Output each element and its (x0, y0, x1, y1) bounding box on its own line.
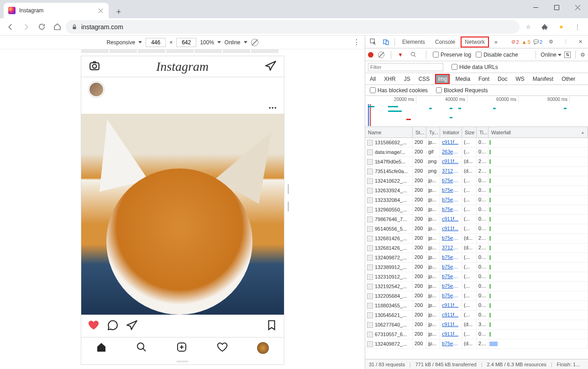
send-icon[interactable] (265, 60, 277, 73)
post-image[interactable] (81, 114, 284, 315)
network-row[interactable]: 132409872_...200jp...b75e6...(...0 ... (365, 253, 588, 263)
filter-js[interactable]: JS (402, 75, 412, 83)
inspect-icon[interactable] (367, 36, 379, 48)
network-row[interactable]: 118803455_...200jp...c911f...(...0 ... (365, 301, 588, 311)
disable-cache-checkbox[interactable]: Disable cache (476, 52, 518, 58)
info-badge[interactable]: 2 (533, 39, 542, 45)
device-menu-button[interactable]: ⋮ (353, 38, 360, 47)
network-row[interactable]: 735145cfe0a...200png37122...(d...2 ... (365, 167, 588, 176)
throttle-select[interactable]: Online (225, 39, 247, 46)
network-row[interactable]: 132389912_...200jp...b75e6...(...0 ... (365, 263, 588, 272)
address-bar[interactable]: instagram.com (66, 20, 520, 34)
hide-data-urls-checkbox[interactable]: Hide data URLs (452, 64, 498, 70)
window-maximize-button[interactable] (546, 0, 567, 15)
forward-button[interactable] (19, 20, 33, 34)
network-row[interactable]: 106277640_...200jp...c911f...(d...3 ... (365, 320, 588, 330)
activity-nav-icon[interactable] (217, 342, 228, 354)
drag-handle-icon[interactable]: ═══ (81, 358, 284, 364)
filter-manifest[interactable]: Manifest (531, 75, 555, 83)
search-nav-icon[interactable] (136, 342, 147, 354)
share-icon[interactable] (126, 319, 138, 332)
network-row[interactable]: 130545621_...200jp...c911f...(...0 ... (365, 311, 588, 320)
tab-close-button[interactable] (97, 7, 104, 14)
network-row[interactable]: 132960550_...200jp...b75e6...(...0 ... (365, 205, 588, 215)
network-row[interactable]: 132205684_...200jp...b75e6...(...0 ... (365, 291, 588, 301)
extension-star-icon[interactable]: ★ (554, 20, 568, 34)
network-row[interactable]: 1b47f9d0e5...200pngc911f...(d...2 ... (365, 157, 588, 167)
comment-icon[interactable] (107, 319, 119, 332)
back-button[interactable] (4, 20, 17, 34)
online-select[interactable]: Online (541, 52, 562, 58)
network-row[interactable]: 79867646_7...200jp...c911f...(...0 ... (365, 215, 588, 224)
page-frame[interactable]: Instagram ••• (81, 56, 284, 365)
filter-input[interactable] (368, 63, 443, 71)
devtools-menu-icon[interactable]: ⋮ (560, 36, 572, 48)
tabs-more[interactable]: » (490, 36, 502, 48)
instagram-logo[interactable]: Instagram (156, 59, 209, 74)
zoom-select[interactable]: 100% (200, 39, 221, 46)
browser-menu-button[interactable]: ⋮ (571, 20, 584, 34)
error-badge[interactable]: 2 (511, 39, 519, 45)
network-row[interactable]: 132310912_...200jp...b75e6...(...0 ... (365, 272, 588, 282)
like-icon[interactable] (88, 319, 100, 332)
post-more-icon[interactable]: ••• (269, 105, 278, 111)
network-row[interactable]: 132192542_...200jp...b75e6...(...0 ... (365, 282, 588, 291)
story-tray[interactable] (81, 77, 284, 102)
network-row[interactable]: 95140556_5...200jp...c911f...(...0 ... (365, 224, 588, 234)
network-row[interactable]: 67310557_6...200jp...c911f...(...0 ... (365, 330, 588, 339)
profile-nav-icon[interactable] (257, 342, 269, 354)
network-row[interactable]: 131586692_...200jp...c911f...(...0 ... (365, 138, 588, 148)
reload-button[interactable] (35, 20, 48, 34)
tab-elements[interactable]: Elements (398, 36, 430, 48)
warning-badge[interactable]: 5 (522, 39, 530, 45)
window-close-button[interactable] (567, 0, 588, 15)
timeline-overview[interactable]: 20000 ms 40000 ms 60000 ms 80000 ms (365, 96, 588, 127)
search-icon[interactable] (408, 49, 420, 61)
network-row[interactable]: 132681426_...200jp...b75e6...(d...2 ... (365, 234, 588, 243)
settings-icon[interactable]: ⚙ (545, 36, 557, 48)
user-avatar-icon[interactable] (89, 82, 104, 97)
filter-ws[interactable]: WS (514, 75, 526, 83)
filter-xhr[interactable]: XHR (382, 75, 397, 83)
network-row[interactable]: 132410622_...200jp...b75e6...(...0 ... (365, 176, 588, 186)
filter-img[interactable]: Img (436, 75, 449, 83)
filter-funnel-icon[interactable]: ▼ (398, 52, 403, 58)
filter-css[interactable]: CSS (417, 75, 432, 83)
device-mode-select[interactable]: Responsive (106, 39, 142, 46)
filter-media[interactable]: Media (453, 75, 472, 83)
record-button[interactable] (368, 52, 373, 58)
home-nav-icon[interactable] (96, 342, 107, 354)
network-row[interactable]: 132633924_...200jp...b75e6...(...0 ... (365, 186, 588, 195)
width-input[interactable] (146, 38, 166, 47)
network-row[interactable]: 132332084_...200jp...b75e6...(...0 ... (365, 195, 588, 205)
new-tab-button[interactable]: + (112, 5, 125, 18)
blocked-requests-checkbox[interactable]: Blocked Requests (436, 87, 488, 94)
height-input[interactable] (176, 38, 196, 47)
window-minimize-button[interactable] (525, 0, 546, 15)
rotate-icon[interactable] (251, 39, 258, 46)
preserve-log-checkbox[interactable]: Preserve log (433, 52, 471, 58)
camera-icon[interactable] (89, 60, 100, 73)
home-button[interactable] (50, 20, 64, 34)
network-row[interactable]: 132681426_...200jp...37122...(d...2 ... (365, 243, 588, 253)
tab-console[interactable]: Console (430, 36, 460, 48)
filter-doc[interactable]: Doc (496, 75, 509, 83)
save-icon[interactable] (266, 319, 278, 332)
clear-button[interactable] (378, 52, 384, 58)
filter-all[interactable]: All (368, 75, 378, 83)
network-settings-icon[interactable]: ⚙ (580, 52, 585, 58)
blocked-cookies-checkbox[interactable]: Has blocked cookies (370, 87, 428, 94)
browser-tab[interactable]: Instagram (4, 3, 109, 18)
network-row[interactable]: 132409872_...200jp...b75e6...(d...2 ... (365, 339, 588, 349)
add-nav-icon[interactable] (176, 342, 187, 354)
network-table-body[interactable]: 131586692_...200jp...c911f...(...0 ...da… (365, 138, 588, 359)
device-toggle-icon[interactable] (380, 36, 392, 48)
filter-other[interactable]: Other (560, 75, 577, 83)
filter-font[interactable]: Font (477, 75, 491, 83)
network-row[interactable]: data:image/...200gif263e0...(...0 ... (365, 148, 588, 157)
net-conditions-icon[interactable]: ⇅ (564, 52, 571, 58)
devtools-close-icon[interactable]: ✕ (574, 36, 586, 48)
network-table-header[interactable]: Name St... Ty... Initiator Size Ti... Wa… (365, 127, 588, 138)
bookmark-star-icon[interactable]: ☆ (521, 20, 535, 34)
tab-network[interactable]: Network (461, 37, 489, 47)
